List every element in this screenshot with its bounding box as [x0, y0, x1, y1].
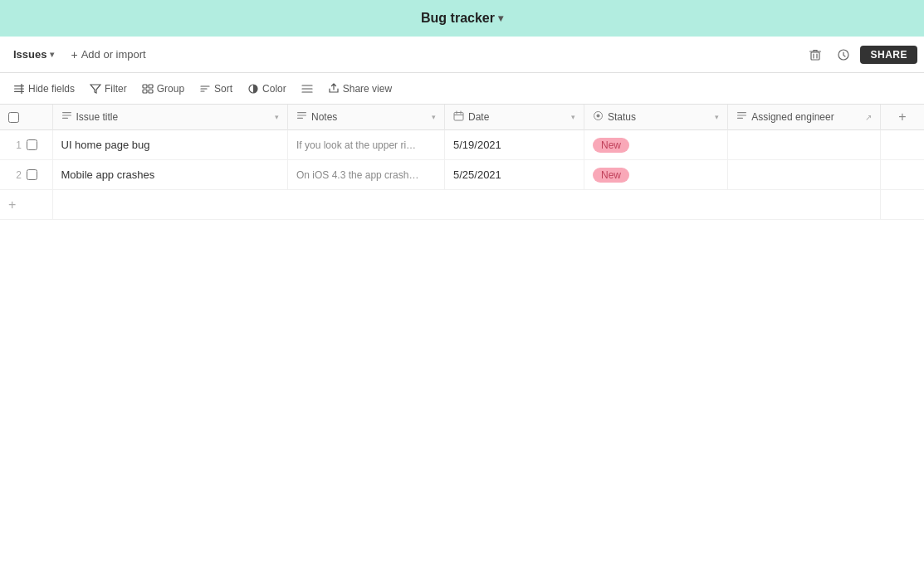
row-height-icon	[301, 83, 313, 95]
row-status-cell[interactable]: New	[584, 160, 728, 190]
svg-rect-0	[811, 52, 819, 60]
status-col-icon	[593, 110, 604, 124]
issues-tab[interactable]: Issues ▾	[7, 45, 61, 64]
add-row-cell: +	[0, 190, 52, 220]
svg-rect-11	[149, 90, 153, 93]
col-header-issue-title[interactable]: Issue title ▾	[52, 105, 288, 130]
col-header-engineer[interactable]: Assigned engineer ↗	[728, 105, 881, 130]
sort-icon	[199, 83, 211, 95]
row-date-cell[interactable]: 5/25/2021	[445, 160, 584, 190]
issue-title-col-icon	[61, 110, 72, 124]
row-issue-text: UI home page bug	[61, 139, 150, 151]
row-date-text: 5/19/2021	[453, 139, 501, 151]
select-all-checkbox[interactable]	[8, 112, 19, 123]
add-col-icon: +	[898, 110, 906, 124]
share-view-label: Share view	[343, 83, 392, 95]
top-header: Bug tracker ▾	[0, 0, 924, 37]
filter-label: Filter	[105, 83, 127, 95]
row-notes-cell[interactable]: If you look at the upper ri…	[288, 130, 445, 160]
col-header-date[interactable]: Date ▾	[445, 105, 584, 130]
row-height-button[interactable]	[295, 80, 320, 98]
hide-fields-label: Hide fields	[28, 83, 75, 95]
svg-rect-22	[454, 113, 463, 121]
group-label: Group	[157, 83, 184, 95]
row-checkbox[interactable]	[27, 169, 37, 180]
row-notes-text: If you look at the upper ri…	[296, 139, 416, 151]
hide-fields-icon	[13, 83, 25, 95]
svg-rect-19	[297, 112, 306, 113]
row-notes-text: On iOS 4.3 the app crash…	[296, 169, 418, 181]
issues-caret: ▾	[50, 50, 54, 59]
add-row[interactable]: +	[0, 190, 924, 220]
status-col-label: Status	[608, 111, 636, 123]
issue-title-col-caret: ▾	[275, 113, 279, 121]
add-row-icon[interactable]: +	[8, 198, 16, 212]
add-row-spacer	[52, 190, 881, 220]
row-date-cell[interactable]: 5/19/2021	[445, 130, 584, 160]
engineer-col-icon	[736, 110, 747, 124]
svg-rect-28	[737, 112, 746, 113]
color-icon	[247, 83, 259, 95]
row-notes-cell[interactable]: On iOS 4.3 the app crash…	[288, 160, 445, 190]
svg-rect-10	[143, 90, 147, 93]
share-button[interactable]: SHARE	[860, 46, 917, 64]
svg-rect-8	[143, 85, 147, 88]
sort-button[interactable]: Sort	[193, 80, 239, 98]
share-view-icon	[328, 83, 340, 95]
date-col-icon	[453, 110, 464, 124]
status-badge: New	[593, 138, 629, 153]
app-title-caret[interactable]: ▾	[498, 12, 503, 24]
svg-rect-18	[62, 118, 68, 119]
notes-col-icon	[296, 110, 307, 124]
history-button[interactable]	[832, 43, 855, 66]
table-row[interactable]: 2 Mobile app crashes On iOS 4.3 the app …	[0, 160, 924, 190]
svg-rect-30	[737, 118, 743, 119]
view-toolbar: Hide fields Filter Group Sort Color	[0, 73, 924, 105]
group-icon	[142, 83, 154, 95]
trash-icon	[809, 48, 822, 61]
table-container: Issue title ▾ Notes	[0, 105, 924, 571]
svg-rect-4	[14, 85, 24, 86]
svg-rect-9	[149, 85, 153, 88]
row-issue-cell[interactable]: UI home page bug	[52, 130, 288, 160]
row-issue-text: Mobile app crashes	[61, 168, 155, 181]
add-column-button[interactable]: +	[881, 110, 924, 124]
table-row[interactable]: 1 UI home page bug If you look at the up…	[0, 130, 924, 160]
issue-title-col-label: Issue title	[76, 111, 119, 123]
filter-button[interactable]: Filter	[83, 80, 134, 98]
row-number: 1	[8, 139, 22, 151]
notes-col-label: Notes	[311, 111, 337, 123]
svg-rect-21	[297, 118, 303, 119]
group-button[interactable]: Group	[135, 80, 191, 98]
add-row-end	[881, 190, 925, 220]
row-date-text: 5/25/2021	[453, 168, 501, 181]
table-header-row: Issue title ▾ Notes	[0, 105, 924, 130]
row-checkbox[interactable]	[27, 139, 37, 150]
cursor-position: ↗	[865, 113, 872, 122]
engineer-col-label: Assigned engineer	[751, 111, 834, 123]
svg-rect-16	[62, 112, 71, 113]
row-engineer-cell[interactable]	[728, 130, 881, 160]
col-header-status[interactable]: Status ▾	[584, 105, 728, 130]
svg-rect-20	[297, 115, 306, 115]
row-issue-cell[interactable]: Mobile app crashes	[52, 160, 288, 190]
trash-button[interactable]	[804, 43, 827, 66]
color-button[interactable]: Color	[241, 80, 293, 98]
add-import-button[interactable]: + Add or import	[62, 45, 154, 65]
col-header-add[interactable]: +	[881, 105, 925, 130]
share-label: SHARE	[870, 49, 907, 61]
col-header-notes[interactable]: Notes ▾	[288, 105, 445, 130]
issues-table: Issue title ▾ Notes	[0, 105, 924, 220]
hide-fields-button[interactable]: Hide fields	[7, 80, 81, 98]
row-engineer-cell[interactable]	[728, 160, 881, 190]
toolbar-left: Issues ▾ + Add or import	[7, 45, 154, 65]
row-status-cell[interactable]: New	[584, 130, 728, 160]
share-view-button[interactable]: Share view	[321, 80, 398, 98]
svg-point-27	[597, 115, 600, 118]
svg-rect-5	[14, 88, 24, 89]
toolbar-right: SHARE	[804, 43, 917, 66]
filter-icon	[90, 83, 101, 95]
plus-icon: +	[71, 48, 77, 61]
row-check-cell: 2	[0, 160, 52, 190]
svg-rect-17	[62, 115, 71, 115]
